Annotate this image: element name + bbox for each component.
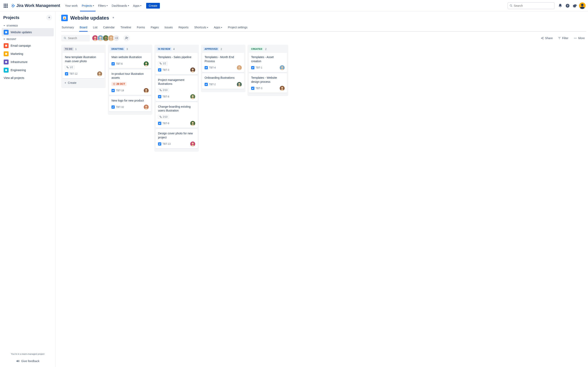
- tab-timeline[interactable]: Timeline: [120, 24, 131, 32]
- project-icon: [4, 51, 9, 56]
- sidebar-section-starred[interactable]: STARRED: [2, 23, 54, 28]
- svg-point-0: [510, 4, 512, 6]
- nav-item-your-work[interactable]: Your work: [63, 0, 79, 11]
- assignee-avatar[interactable]: [190, 67, 195, 72]
- board-search-input[interactable]: [68, 36, 87, 40]
- issue-card[interactable]: Onboarding illustrationsTBT-2: [202, 73, 244, 89]
- help-icon[interactable]: ?: [564, 2, 571, 9]
- issue-card[interactable]: New template illustration main cover pho…: [62, 53, 104, 78]
- nav-item-dashboards[interactable]: Dashboards▾: [110, 0, 131, 11]
- assignee-avatar[interactable]: [97, 71, 102, 76]
- column-header[interactable]: CREATED2: [249, 46, 287, 53]
- issue-card[interactable]: Design cover photo for new projectTBT-13: [156, 129, 198, 149]
- assignee-avatar[interactable]: [144, 61, 149, 66]
- assignee-avatar[interactable]: [144, 88, 149, 93]
- issue-card[interactable]: Change-boarding existing users illustrat…: [156, 102, 198, 128]
- assignee-avatar[interactable]: [237, 65, 242, 70]
- nav-item-apps[interactable]: Apps▾: [131, 0, 143, 11]
- svg-rect-31: [160, 62, 161, 63]
- column-header[interactable]: APPROVED2: [202, 46, 244, 53]
- board-search[interactable]: [61, 35, 90, 42]
- svg-point-4: [581, 4, 584, 6]
- sidebar-item-marketing[interactable]: Marketing: [2, 50, 54, 58]
- plus-icon: +: [65, 81, 66, 84]
- column-header[interactable]: DRAFTING3: [109, 46, 151, 53]
- share-button[interactable]: Share: [539, 35, 554, 41]
- svg-rect-32: [161, 63, 162, 64]
- profile-avatar[interactable]: [579, 2, 586, 9]
- notifications-icon[interactable]: [557, 2, 563, 9]
- svg-point-44: [281, 87, 283, 89]
- issue-card[interactable]: In-product tour illustration assets28 OC…: [109, 69, 151, 95]
- issue-card[interactable]: Templates - Asset creationTBT-1: [249, 53, 287, 72]
- megaphone-icon: [16, 359, 20, 363]
- tab-apps[interactable]: Apps▾: [213, 24, 223, 32]
- assignee-avatar[interactable]: [190, 94, 195, 99]
- global-search-input[interactable]: [514, 4, 553, 7]
- view-all-projects[interactable]: View all projects: [2, 74, 54, 82]
- nav-item-filters[interactable]: Filters▾: [96, 0, 109, 11]
- assignee-avatar[interactable]: [144, 105, 149, 109]
- sidebar-item-email-campaign[interactable]: Email campaign: [2, 42, 54, 50]
- column-name: CREATED: [250, 47, 263, 51]
- column-header[interactable]: IN REVIEW4: [156, 46, 198, 53]
- add-project-button[interactable]: +: [46, 15, 52, 20]
- column-header[interactable]: TO DO1: [62, 46, 104, 53]
- issue-card[interactable]: Templates - Website design processTBT-3: [249, 73, 287, 93]
- project-icon: [4, 43, 9, 48]
- sidebar-item-label: Marketing: [11, 52, 23, 55]
- issue-type-icon: [205, 83, 208, 86]
- nav-item-projects[interactable]: Projects▾: [80, 0, 95, 11]
- more-button[interactable]: More: [572, 35, 586, 41]
- sidebar-section-recent[interactable]: RECENT: [2, 36, 54, 42]
- customize-icon[interactable]: [112, 16, 115, 20]
- product-logo[interactable]: Jira Work Management: [11, 3, 60, 8]
- project-icon: [4, 68, 9, 73]
- svg-point-43: [281, 66, 283, 68]
- svg-text:?: ?: [567, 4, 568, 7]
- tab-label: Board: [80, 26, 87, 29]
- assignee-avatar[interactable]: [280, 65, 285, 70]
- issue-card[interactable]: Templates - Sales pipeline1/2TBT-3: [156, 53, 198, 75]
- tab-shortcuts[interactable]: Shortcuts▾: [194, 24, 208, 32]
- sidebar-item-website-updates[interactable]: Website updates: [2, 28, 54, 36]
- column-count: 1: [75, 48, 77, 50]
- tab-reports[interactable]: Reports: [178, 24, 189, 32]
- issue-card[interactable]: New logo for new productTBT-32: [109, 96, 151, 112]
- create-issue-button[interactable]: +Create: [62, 80, 104, 86]
- issue-card[interactable]: Main website illustrationTBT-6: [109, 53, 151, 68]
- issue-card[interactable]: Templates - Month End ProcessTBT-4: [202, 53, 244, 72]
- issue-card[interactable]: Project management illustrations2/10TBT-…: [156, 76, 198, 101]
- tab-calendar[interactable]: Calendar: [103, 24, 115, 32]
- sidebar-item-infrastructure[interactable]: Infrastructure: [2, 58, 54, 66]
- filter-button[interactable]: Filter: [556, 35, 570, 41]
- tab-list[interactable]: List: [93, 24, 98, 32]
- svg-rect-6: [5, 45, 7, 47]
- add-people-button[interactable]: [123, 35, 130, 42]
- clock-icon: [113, 83, 115, 85]
- svg-point-11: [64, 37, 66, 39]
- board: TO DO1New template illustration main cov…: [61, 45, 586, 367]
- settings-icon[interactable]: [572, 2, 578, 9]
- assignee-avatar[interactable]: [280, 86, 285, 91]
- tab-summary[interactable]: Summary: [61, 24, 74, 32]
- assignee-avatar[interactable]: [190, 142, 195, 146]
- assignee-avatar[interactable]: [237, 82, 242, 87]
- tab-pages[interactable]: Pages: [150, 24, 159, 32]
- tab-issues[interactable]: Issues: [164, 24, 173, 32]
- assignee-avatar[interactable]: [190, 121, 195, 126]
- give-feedback-button[interactable]: Give feedback: [2, 357, 54, 365]
- create-button[interactable]: Create: [146, 3, 160, 8]
- tab-forms[interactable]: Forms: [136, 24, 145, 32]
- svg-point-33: [192, 68, 194, 70]
- due-date-badge: 28 OCT: [112, 82, 126, 86]
- global-search[interactable]: [508, 2, 554, 9]
- sidebar-item-engineering[interactable]: Engineering: [2, 66, 54, 74]
- issue-title: Project management illustrations: [158, 78, 195, 86]
- subtask-badge: 1/2: [158, 61, 168, 66]
- avatar-overflow[interactable]: +3: [113, 35, 120, 42]
- tab-board[interactable]: Board: [79, 24, 87, 32]
- tab-project-settings[interactable]: Project settings: [227, 24, 248, 32]
- tab-label: Apps: [214, 26, 220, 29]
- app-switcher-icon[interactable]: [2, 2, 9, 9]
